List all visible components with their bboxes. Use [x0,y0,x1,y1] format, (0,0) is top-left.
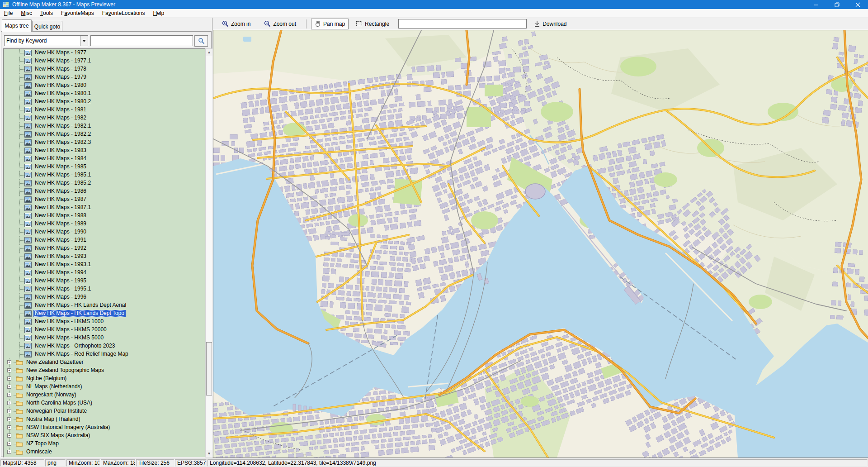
tree-item-label[interactable]: New HK Maps - 1985.1 [33,172,92,179]
tree-item-label[interactable]: NL Maps (Netherlands) [25,383,84,391]
tree-map-row[interactable]: New HK Maps - 1990 [4,228,205,236]
tree-item-label[interactable]: New HK Maps - 1985.2 [33,180,92,187]
tree-item-label[interactable]: Nostra Map (Thailand) [25,416,81,423]
tree-folder-row[interactable]: +Ngi.be (Belgium) [4,375,205,383]
map-viewport[interactable] [213,30,868,458]
tree-item-label[interactable]: New HK Maps - 1990 [33,229,88,236]
tree-item-label[interactable]: New HK Maps - 1983 [33,147,88,154]
tree-item-label[interactable]: New HK Maps - 1981 [33,106,88,114]
tree-map-row[interactable]: New HK Maps - 1995 [4,277,205,285]
expand-icon[interactable]: + [7,434,11,438]
menu-favoritelocations[interactable]: FavoriteLocations [98,9,149,18]
tree-vertical-scrollbar[interactable]: ▲ ▼ [205,48,213,457]
menu-file[interactable]: File [0,9,17,18]
tree-item-label[interactable]: New HK Maps - 1988 [33,212,88,219]
tree-item-label[interactable]: New HK Maps - 1977 [33,49,88,57]
tree-item-label[interactable]: New HK Maps - HKMS 20000 [33,326,108,334]
tree-map-row[interactable]: New HK Maps - 1996 [4,293,205,301]
dropdown-arrow-icon[interactable] [80,36,88,46]
tree-map-row[interactable]: New HK Maps - 1993 [4,253,205,261]
tree-item-label[interactable]: New HK Maps - 1987 [33,196,88,203]
tree-map-row[interactable]: New HK Maps - 1982.2 [4,130,205,138]
tree-folder-row[interactable]: +North Carolina Maps (USA) [4,399,205,407]
find-mode-dropdown[interactable]: Find by Keyword [4,35,88,46]
tree-folder-row[interactable]: +NZ Topo Map [4,440,205,448]
tree-map-row[interactable]: New HK Maps - 1980.1 [4,90,205,98]
tree-item-label[interactable]: Ngi.be (Belgium) [25,375,68,382]
tree-item-label[interactable]: New Zealand Topographic Maps [25,367,105,374]
expand-icon[interactable]: + [7,409,11,413]
zoom-in-button[interactable]: Zoom in [218,19,254,29]
tree-map-row[interactable]: New HK Maps - 1989 [4,220,205,228]
tree-item-label[interactable]: New HK Maps - 1977.1 [33,57,92,65]
tree-folder-row[interactable]: +NL Maps (Netherlands) [4,383,205,391]
tree-map-row[interactable]: New HK Maps - 1982.1 [4,122,205,130]
zoom-out-button[interactable]: Zoom out [260,19,300,29]
tree-item-label[interactable]: New HK Maps - Red Relief Image Map [33,351,130,358]
menu-tools[interactable]: Tools [36,9,57,18]
tree-map-row[interactable]: New HK Maps - 1979 [4,73,205,81]
tree-item-label[interactable]: New HK Maps - 1984 [33,155,88,162]
tree-item-label[interactable]: NSW SIX Maps (Australia) [25,432,91,439]
expand-icon[interactable]: + [7,376,11,381]
tree-folder-row[interactable]: +Norwegian Polar Institute [4,407,205,415]
tree-item-label[interactable]: New HK Maps - 1992 [33,245,88,252]
tree-map-row[interactable]: New HK Maps - Red Relief Image Map [4,350,205,358]
tree-folder-row[interactable]: +New Zealand Topographic Maps [4,367,205,375]
expand-icon[interactable]: + [7,401,11,405]
tree-map-row[interactable]: New HK Maps - HK Lands Dept Topo [4,310,205,318]
tree-item-label[interactable]: New HK Maps - 1995 [33,277,88,285]
tree-item-label[interactable]: New HK Maps - 1980 [33,82,88,89]
tree-item-label[interactable]: New HK Maps - 1993 [33,253,88,260]
tree-map-row[interactable]: New HK Maps - 1987.1 [4,204,205,212]
rectangle-button[interactable]: Rectangle [352,19,393,29]
tree-item-label[interactable]: New HK Maps - 1980.1 [33,90,92,97]
tree-map-row[interactable]: New HK Maps - 1988 [4,212,205,220]
tree-item-label[interactable]: New HK Maps - 1980.2 [33,98,92,105]
menu-favoritemaps[interactable]: FavoriteMaps [57,9,98,18]
toolbar-input[interactable] [398,19,527,29]
expand-icon[interactable]: + [7,393,11,397]
tree-item-label[interactable]: New HK Maps - HK Lands Dept Aerial [33,302,127,309]
tree-map-row[interactable]: New HK Maps - 1985 [4,163,205,171]
tree-map-row[interactable]: New HK Maps - Orthophoto 2023 [4,342,205,350]
tree-map-row[interactable]: New HK Maps - 1993.1 [4,261,205,269]
tree-item-label[interactable]: New HK Maps - Orthophoto 2023 [33,343,116,350]
close-button[interactable] [847,0,868,9]
tree-item-label[interactable]: New HK Maps - 1986 [33,188,88,195]
tree-item-label[interactable]: New HK Maps - HKMS 1000 [33,318,105,325]
tree-item-label[interactable]: New HK Maps - HKMS 5000 [33,334,105,342]
tree-item-label[interactable]: New HK Maps - 1989 [33,220,88,228]
tree-folder-row[interactable]: +Norgeskart (Norway) [4,391,205,399]
tab-quick-goto[interactable]: Quick goto [32,21,62,32]
tree-map-row[interactable]: New HK Maps - 1986 [4,187,205,195]
tree-map-row[interactable]: New HK Maps - 1982 [4,114,205,122]
minimize-button[interactable] [806,0,826,9]
tree-scrollbar-thumb[interactable] [206,342,212,396]
maps-tree[interactable]: New HK Maps - 1977New HK Maps - 1977.1Ne… [3,48,205,457]
tree-map-row[interactable]: New HK Maps - 1991 [4,236,205,244]
menu-help[interactable]: Help [149,9,169,18]
tree-item-label[interactable]: NSW Historical Imagery (Australia) [25,424,111,431]
search-input[interactable] [90,35,193,46]
tree-map-row[interactable]: New HK Maps - 1984 [4,155,205,163]
expand-icon[interactable]: + [7,442,11,446]
tree-item-label[interactable]: New HK Maps - 1979 [33,74,88,81]
tree-folder-row[interactable]: +Omniscale [4,448,205,456]
tree-item-label[interactable]: New HK Maps - 1985 [33,163,88,171]
tree-map-row[interactable]: New HK Maps - 1994 [4,269,205,277]
tree-item-label[interactable]: New HK Maps - HK Lands Dept Topo [33,310,126,317]
tree-item-label[interactable]: New HK Maps - 1991 [33,237,88,244]
tree-map-row[interactable]: New HK Maps - 1985.2 [4,179,205,187]
expand-icon[interactable]: + [7,368,11,372]
download-button[interactable]: Download [530,19,570,29]
tree-item-label[interactable]: North Carolina Maps (USA) [25,400,94,407]
tree-folder-row[interactable]: +NSW Historical Imagery (Australia) [4,424,205,432]
tree-map-row[interactable]: New HK Maps - 1987 [4,195,205,204]
tree-item-label[interactable]: New Zealand Gazetteer [25,359,85,366]
tree-map-row[interactable]: New HK Maps - 1982.3 [4,138,205,147]
menu-misc[interactable]: Misc [17,9,36,18]
expand-icon[interactable]: + [7,450,11,454]
search-button[interactable] [194,35,208,47]
tree-map-row[interactable]: New HK Maps - 1980 [4,81,205,90]
